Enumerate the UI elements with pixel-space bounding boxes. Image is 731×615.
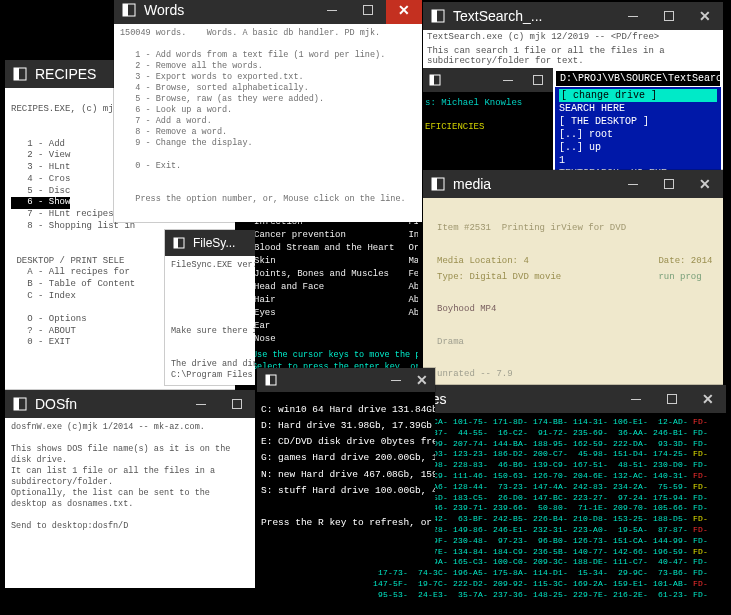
media-body: Item #2531 Printing irView for DVD Media… bbox=[423, 198, 723, 385]
media-title: media bbox=[453, 176, 615, 192]
minimize-button[interactable] bbox=[615, 2, 651, 30]
media-type: Type: Digital DVD movie bbox=[437, 272, 561, 282]
ts-entries[interactable]: SEARCH HERE [ THE DESKTOP ] [..] root [.… bbox=[559, 103, 667, 170]
media-rating: unrated -- 7.9 bbox=[437, 369, 513, 379]
svg-rect-9 bbox=[430, 75, 434, 85]
maximize-button[interactable] bbox=[651, 2, 687, 30]
maximize-button[interactable] bbox=[350, 0, 386, 24]
minimize-button[interactable] bbox=[493, 68, 523, 92]
minimize-button[interactable] bbox=[383, 368, 409, 394]
drives-body: C: win10 64 Hard drive 131.84Gb, 86.03Gb… bbox=[257, 392, 435, 564]
changes-title: ges bbox=[424, 391, 618, 407]
svg-rect-3 bbox=[174, 238, 178, 248]
app-icon bbox=[431, 9, 445, 23]
drives-window[interactable]: ✕ C: win10 64 Hard drive 131.84Gb, 86.03… bbox=[257, 368, 435, 564]
svg-rect-11 bbox=[432, 178, 437, 190]
topics-hint: Use the cursor keys to move the poin Sel… bbox=[248, 348, 418, 370]
media-genre: Drama bbox=[437, 337, 464, 347]
filesync-title: FileSy... bbox=[193, 236, 255, 250]
minimize-button[interactable] bbox=[618, 385, 654, 413]
close-button[interactable]: ✕ bbox=[687, 2, 723, 30]
maximize-button[interactable] bbox=[651, 170, 687, 198]
ts-line1: TextSearch.exe (c) mjk 12/2019 -- <PD/fr… bbox=[423, 30, 723, 44]
words-window[interactable]: Words ✕ 150049 words. Words. A basic db … bbox=[114, 0, 422, 222]
textsearch-window[interactable]: TextSearch_... ✕ TextSearch.exe (c) mjk … bbox=[423, 2, 723, 170]
media-name: Boyhood MP4 bbox=[437, 304, 496, 314]
media-window[interactable]: media ✕ Item #2531 Printing irView for D… bbox=[423, 170, 723, 385]
topics-col2: Fingers an Intestinal Organs Male/Femal … bbox=[408, 216, 418, 346]
media-titlebar[interactable]: media ✕ bbox=[423, 170, 723, 198]
app-icon bbox=[173, 237, 185, 249]
app-icon bbox=[122, 3, 136, 17]
close-button[interactable]: ✕ bbox=[690, 385, 726, 413]
minimize-button[interactable] bbox=[314, 0, 350, 24]
words-body: 150049 words. Words. A basic db handler.… bbox=[114, 24, 422, 222]
media-date: Date: 2014 bbox=[658, 256, 712, 266]
maximize-button[interactable] bbox=[654, 385, 690, 413]
ts-filelist[interactable]: [ change drive ]SEARCH HERE [ THE DESKTO… bbox=[555, 87, 721, 170]
svg-rect-7 bbox=[432, 10, 437, 22]
dosfn-titlebar[interactable]: DOSfn bbox=[5, 390, 255, 418]
svg-rect-15 bbox=[14, 398, 19, 410]
maximize-button[interactable] bbox=[523, 68, 553, 92]
svg-rect-5 bbox=[123, 4, 128, 16]
textsearch-title: TextSearch_... bbox=[453, 8, 615, 24]
filesync-body: FileSync.EXE ver:0 Make sure there is Th… bbox=[165, 256, 255, 385]
app-icon bbox=[13, 67, 27, 81]
maximize-button[interactable] bbox=[219, 390, 255, 418]
ts-inner-titlebar[interactable] bbox=[423, 68, 553, 92]
app-icon bbox=[431, 177, 445, 191]
filesync-titlebar[interactable]: FileSy... bbox=[165, 230, 255, 256]
svg-rect-1 bbox=[14, 68, 19, 80]
words-title: Words bbox=[144, 2, 314, 18]
ts-author: s: Michael Knowles bbox=[425, 98, 551, 108]
drives-titlebar[interactable]: ✕ bbox=[257, 368, 435, 392]
textsearch-titlebar[interactable]: TextSearch_... ✕ bbox=[423, 2, 723, 30]
minimize-button[interactable] bbox=[615, 170, 651, 198]
app-icon bbox=[265, 374, 277, 386]
close-button[interactable]: ✕ bbox=[409, 368, 435, 394]
app-icon bbox=[429, 74, 441, 86]
recipes-selected[interactable]: 6 - Show bbox=[11, 197, 70, 209]
ts-path: D:\PROJ\VB\SOURCE\TextSearch\ bbox=[555, 70, 721, 87]
dosfn-body: dosfnW.exe (c)mjk 1/2014 -- mk-az.com. T… bbox=[5, 418, 255, 588]
media-header: Item #2531 Printing irView for DVD bbox=[437, 223, 626, 233]
words-titlebar[interactable]: Words ✕ bbox=[114, 0, 422, 24]
topics-col1: Infection Cancer prevention Blood Stream… bbox=[254, 216, 394, 346]
topics-window: Infection Cancer prevention Blood Stream… bbox=[248, 210, 418, 370]
dosfn-window[interactable]: DOSfn dosfnW.exe (c)mjk 1/2014 -- mk-az.… bbox=[5, 390, 255, 588]
svg-rect-13 bbox=[266, 375, 270, 385]
ts-line2: This can search 1 file or all the files … bbox=[423, 44, 723, 68]
close-button[interactable]: ✕ bbox=[386, 0, 422, 24]
media-location: Media Location: 4 bbox=[437, 256, 529, 266]
media-runprog[interactable]: run prog bbox=[658, 272, 701, 282]
dosfn-title: DOSfn bbox=[35, 396, 183, 412]
ts-selected[interactable]: [ change drive ] bbox=[559, 89, 717, 102]
ts-side2: EFICIENCIES bbox=[425, 122, 551, 132]
filesync-window[interactable]: FileSy... FileSync.EXE ver:0 Make sure t… bbox=[165, 230, 255, 385]
minimize-button[interactable] bbox=[183, 390, 219, 418]
app-icon bbox=[13, 397, 27, 411]
recipes-text2: 7 - HLnt recipes for 8 - Shopping list i… bbox=[11, 209, 135, 348]
close-button[interactable]: ✕ bbox=[687, 170, 723, 198]
